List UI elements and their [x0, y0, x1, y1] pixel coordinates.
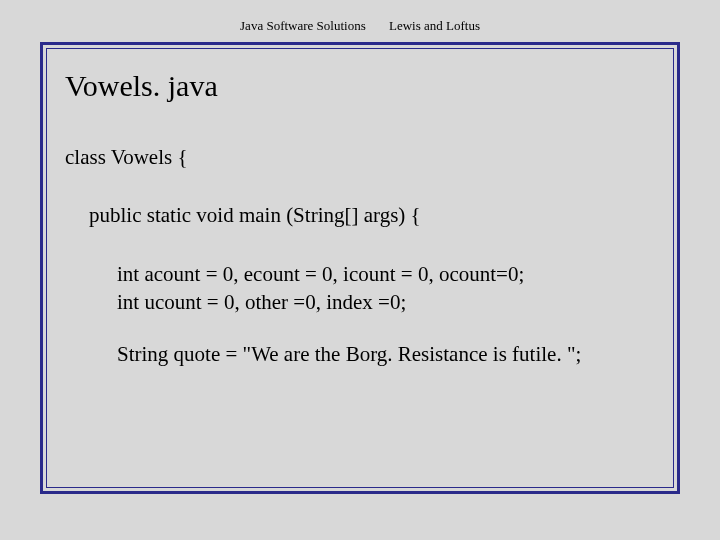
content-frame-outer: Vowels. java class Vowels { public stati…	[40, 42, 680, 494]
slide-title: Vowels. java	[65, 69, 655, 103]
header-authors: Lewis and Loftus	[389, 18, 480, 34]
code-var-decl-1: int acount = 0, ecount = 0, icount = 0, …	[65, 260, 655, 288]
content-frame-inner: Vowels. java class Vowels { public stati…	[46, 48, 674, 488]
header-book-title: Java Software Solutions	[240, 18, 366, 34]
code-main-decl: public static void main (String[] args) …	[65, 201, 655, 229]
code-class-decl: class Vowels {	[65, 143, 655, 171]
code-string-decl: String quote = "We are the Borg. Resista…	[65, 340, 655, 368]
code-var-decl-2: int ucount = 0, other =0, index =0;	[65, 288, 655, 316]
slide-header: Java Software Solutions Lewis and Loftus	[0, 0, 720, 42]
